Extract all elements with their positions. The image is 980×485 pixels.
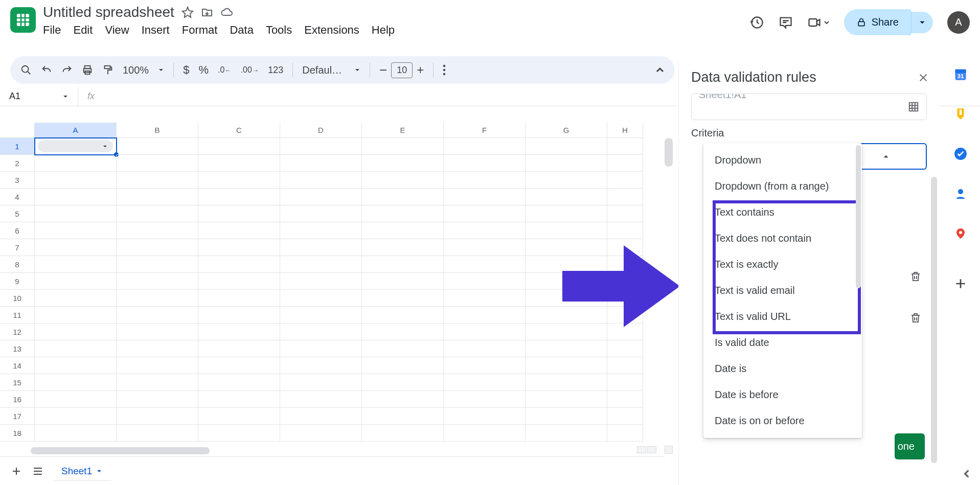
cell[interactable] <box>362 189 444 205</box>
cell[interactable] <box>35 205 117 222</box>
listbox-scrollbar[interactable] <box>856 145 861 288</box>
option-dropdown[interactable]: Dropdown <box>703 147 862 173</box>
cell[interactable] <box>444 324 526 340</box>
cell[interactable] <box>526 155 607 172</box>
cell[interactable] <box>607 222 643 239</box>
cell[interactable] <box>444 408 526 425</box>
cell[interactable] <box>362 290 444 307</box>
option-valid-date[interactable]: Is valid date <box>703 330 862 356</box>
menu-data[interactable]: Data <box>230 24 253 37</box>
add-sheet-icon[interactable] <box>10 465 22 477</box>
cell[interactable] <box>35 138 117 155</box>
cell[interactable] <box>444 155 526 172</box>
cell[interactable] <box>607 189 643 205</box>
menu-edit[interactable]: Edit <box>73 24 93 37</box>
menu-view[interactable]: View <box>105 24 129 37</box>
row-header[interactable]: 7 <box>0 239 35 256</box>
delete-option-icon[interactable] <box>909 312 922 324</box>
cell[interactable] <box>280 189 362 205</box>
cell[interactable] <box>362 425 444 442</box>
cell[interactable] <box>526 172 607 189</box>
cell[interactable] <box>607 425 643 442</box>
cell[interactable] <box>444 222 526 239</box>
cell[interactable] <box>362 155 444 172</box>
cell[interactable] <box>526 189 607 205</box>
percent-icon[interactable]: % <box>198 63 209 77</box>
cell[interactable] <box>117 340 198 357</box>
row-header[interactable]: 11 <box>0 307 35 324</box>
cell[interactable] <box>198 138 280 155</box>
cell[interactable] <box>117 222 198 239</box>
cell[interactable] <box>444 357 526 374</box>
keep-icon[interactable] <box>953 106 968 122</box>
cell[interactable] <box>198 391 280 408</box>
delete-option-icon[interactable] <box>909 270 922 283</box>
search-icon[interactable] <box>20 64 32 76</box>
cell[interactable] <box>280 290 362 307</box>
cell[interactable] <box>444 273 526 290</box>
collapse-toolbar-icon[interactable] <box>655 65 665 75</box>
meet-icon[interactable] <box>807 15 830 30</box>
col-header-a[interactable]: A <box>35 123 117 138</box>
cell[interactable] <box>526 374 607 391</box>
decrease-font-icon[interactable]: − <box>379 62 387 78</box>
cell[interactable] <box>117 307 198 324</box>
cell[interactable] <box>198 222 280 239</box>
increase-font-icon[interactable]: + <box>417 63 424 77</box>
cell[interactable] <box>35 425 117 442</box>
option-date-before[interactable]: Date is before <box>703 382 862 408</box>
cell[interactable] <box>362 138 444 155</box>
cell[interactable] <box>198 324 280 340</box>
option-dropdown-range[interactable]: Dropdown (from a range) <box>703 173 862 199</box>
cell[interactable] <box>35 324 117 340</box>
cell[interactable] <box>444 138 526 155</box>
cell[interactable] <box>362 222 444 239</box>
undo-icon[interactable] <box>41 64 52 76</box>
horizontal-scroll-arrows[interactable] <box>637 446 656 453</box>
cell[interactable] <box>117 138 198 155</box>
cell[interactable] <box>607 340 643 357</box>
calendar-icon[interactable]: 31 <box>953 66 968 82</box>
row-header[interactable]: 10 <box>0 290 35 307</box>
increase-decimal-icon[interactable]: .00→ <box>241 65 259 75</box>
panel-scrollbar[interactable] <box>931 177 937 463</box>
col-header-d[interactable]: D <box>280 123 362 138</box>
cell[interactable] <box>607 408 643 425</box>
cell[interactable] <box>198 205 280 222</box>
contacts-icon[interactable] <box>953 186 968 201</box>
cell[interactable] <box>117 205 198 222</box>
cell[interactable] <box>280 239 362 256</box>
cell[interactable] <box>35 290 117 307</box>
vertical-scrollbar[interactable] <box>665 138 673 167</box>
maps-icon[interactable] <box>953 226 968 241</box>
row-header[interactable]: 12 <box>0 324 35 340</box>
cell[interactable] <box>280 205 362 222</box>
cell[interactable] <box>526 222 607 239</box>
cell[interactable] <box>117 374 198 391</box>
font-select[interactable]: Defaul… <box>302 64 360 76</box>
row-header[interactable]: 8 <box>0 256 35 273</box>
cell[interactable] <box>607 205 643 222</box>
row-header[interactable]: 18 <box>0 425 35 442</box>
row-header[interactable]: 15 <box>0 374 35 391</box>
font-size-input[interactable]: 10 <box>391 62 413 78</box>
cell[interactable] <box>444 256 526 273</box>
all-sheets-icon[interactable] <box>32 465 44 477</box>
row-header[interactable]: 1 <box>0 138 35 155</box>
cell[interactable] <box>444 205 526 222</box>
cell[interactable] <box>198 172 280 189</box>
cell[interactable] <box>117 408 198 425</box>
select-range-icon[interactable] <box>908 101 919 112</box>
cell[interactable] <box>280 256 362 273</box>
cell[interactable] <box>35 391 117 408</box>
cell[interactable] <box>362 324 444 340</box>
option-text-contains[interactable]: Text contains <box>703 199 862 225</box>
cell[interactable] <box>35 408 117 425</box>
cell[interactable] <box>198 374 280 391</box>
cell[interactable] <box>35 189 117 205</box>
col-header-g[interactable]: G <box>526 123 607 138</box>
sheet-tab[interactable]: Sheet1 <box>53 461 110 481</box>
cell[interactable] <box>362 273 444 290</box>
more-formats-icon[interactable]: 123 <box>268 65 283 76</box>
cell[interactable] <box>35 239 117 256</box>
